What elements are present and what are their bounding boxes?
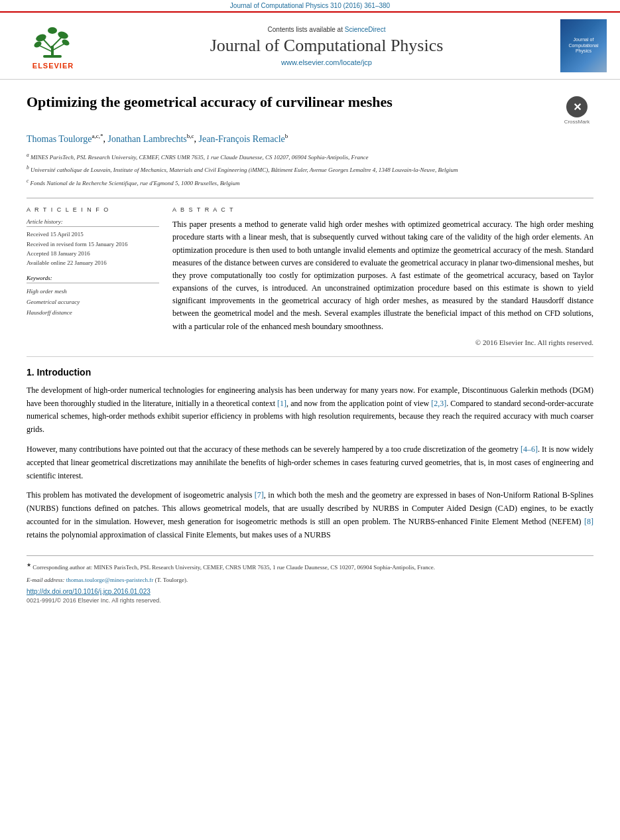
section-divider xyxy=(27,356,593,357)
sciencedirect-link[interactable]: ScienceDirect xyxy=(345,26,386,33)
main-content: Optimizing the geometrical accuracy of c… xyxy=(0,80,620,617)
elsevier-tree-icon xyxy=(23,23,83,59)
article-title-row: Optimizing the geometrical accuracy of c… xyxy=(27,93,593,125)
keywords-group: Keywords: High order mesh Geometrical ac… xyxy=(27,275,159,318)
article-info-abstract-section: A R T I C L E I N F O Article history: R… xyxy=(27,198,593,346)
elsevier-logo: ELSEVIER xyxy=(13,23,93,70)
keywords-label: Keywords: xyxy=(27,275,159,283)
svg-point-7 xyxy=(33,40,42,48)
author-toulorge[interactable]: Thomas Toulorge xyxy=(27,134,92,144)
article-title: Optimizing the geometrical accuracy of c… xyxy=(27,93,554,112)
keyword-1: High order mesh xyxy=(27,286,159,297)
abstract-header: A B S T R A C T xyxy=(172,206,593,213)
email-footnote: E-mail address: thomas.toulorge@mines-pa… xyxy=(27,575,593,585)
received-date: Received 15 April 2015 xyxy=(27,230,159,239)
authors-line: Thomas Toulorgea,c,*, Jonathan Lambrecht… xyxy=(27,133,593,145)
section-title-introduction: 1. Introduction xyxy=(27,367,593,378)
keywords-list: High order mesh Geometrical accuracy Hau… xyxy=(27,286,159,318)
corresponding-author-footnote: ★ Corresponding author at: MINES ParisTe… xyxy=(27,561,593,572)
ref-8[interactable]: [8] xyxy=(584,517,593,526)
ref-1[interactable]: [1] xyxy=(277,399,286,408)
abstract-column: A B S T R A C T This paper presents a me… xyxy=(172,206,593,346)
journal-url-link[interactable]: www.elsevier.com/locate/jcp xyxy=(281,58,372,66)
affiliations: a MINES ParisTech, PSL Research Universi… xyxy=(27,151,593,188)
journal-title: Journal of Computational Physics xyxy=(93,36,560,56)
keyword-2: Geometrical accuracy xyxy=(27,297,159,307)
ref-2-3[interactable]: [2,3] xyxy=(431,399,446,408)
svg-line-2 xyxy=(52,37,62,46)
abstract-copyright: © 2016 Elsevier Inc. All rights reserved… xyxy=(172,338,593,346)
article-history-group: Article history: Received 15 April 2015 … xyxy=(27,218,159,268)
abstract-text: This paper presents a method to generate… xyxy=(172,218,593,333)
elsevier-brand: ELSEVIER xyxy=(32,62,74,70)
ref-7[interactable]: [7] xyxy=(255,490,264,500)
journal-header-center: Contents lists available at ScienceDirec… xyxy=(93,26,560,66)
journal-reference-bar: Journal of Computational Physics 310 (20… xyxy=(0,0,620,13)
issn-line: 0021-9991/© 2016 Elsevier Inc. All right… xyxy=(27,597,593,604)
journal-reference: Journal of Computational Physics 310 (20… xyxy=(230,2,390,9)
crossmark-icon: ✕ xyxy=(566,96,588,117)
doi-link[interactable]: http://dx.doi.org/10.1016/j.jcp.2016.01.… xyxy=(27,588,593,595)
contents-availability: Contents lists available at ScienceDirec… xyxy=(93,26,560,33)
svg-point-9 xyxy=(48,27,57,34)
footer: ★ Corresponding author at: MINES ParisTe… xyxy=(27,555,593,604)
ref-4-6[interactable]: [4–6] xyxy=(521,445,538,454)
svg-rect-10 xyxy=(43,55,62,58)
author-remacle[interactable]: Jean-François Remacle xyxy=(199,134,285,144)
affiliation-c: c Fonds National de la Recherche Scienti… xyxy=(27,177,593,188)
article-info-header: A R T I C L E I N F O xyxy=(27,206,159,213)
author-email-link[interactable]: thomas.toulorge@mines-paristech.fr xyxy=(66,577,154,583)
article-history-label: Article history: xyxy=(27,218,159,227)
accepted-date: Accepted 18 January 2016 xyxy=(27,249,159,258)
intro-paragraph-2: However, many contributions have pointed… xyxy=(27,443,593,482)
revised-date: Received in revised form 15 January 2016 xyxy=(27,240,159,249)
svg-point-6 xyxy=(57,30,69,40)
intro-paragraph-3: This problem has motivated the developme… xyxy=(27,489,593,541)
journal-cover-image: Journal ofComputationalPhysics xyxy=(560,19,607,72)
affiliation-a: a MINES ParisTech, PSL Research Universi… xyxy=(27,151,593,163)
crossmark-label: CrossMark xyxy=(564,119,590,125)
journal-header: ELSEVIER Contents lists available at Sci… xyxy=(0,13,620,80)
affiliation-b: b Université catholique de Louvain, Inst… xyxy=(27,164,593,175)
available-date: Available online 22 January 2016 xyxy=(27,258,159,267)
section-introduction: 1. Introduction The development of high-… xyxy=(27,367,593,542)
author-lambrechts[interactable]: Jonathan Lambrechts xyxy=(107,134,186,144)
crossmark-badge[interactable]: ✕ CrossMark xyxy=(560,96,593,125)
journal-url: www.elsevier.com/locate/jcp xyxy=(93,58,560,66)
article-info-column: A R T I C L E I N F O Article history: R… xyxy=(27,206,159,346)
intro-paragraph-1: The development of high-order numerical … xyxy=(27,384,593,437)
keyword-3: Hausdorff distance xyxy=(27,307,159,318)
